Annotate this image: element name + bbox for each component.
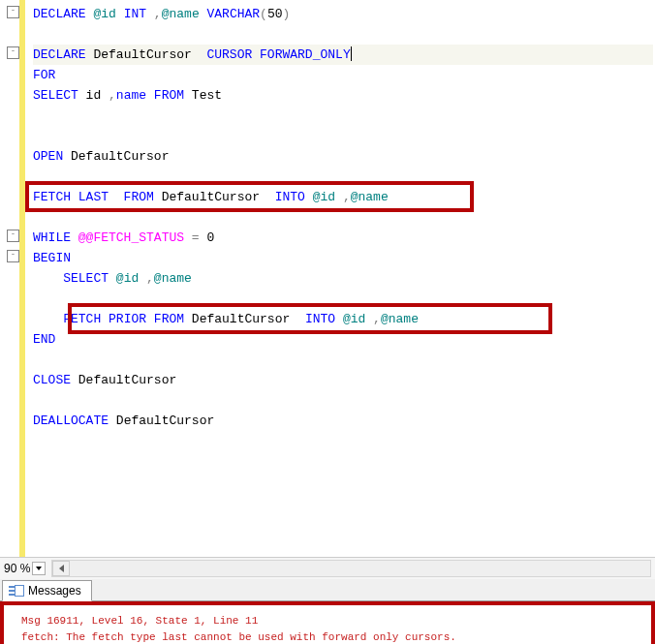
zoom-dropdown-icon[interactable] — [32, 562, 46, 575]
code-line[interactable]: SELECT @id ,@name — [33, 268, 653, 289]
code-line[interactable]: CLOSE DefaultCursor — [33, 370, 653, 390]
text-cursor — [351, 46, 352, 61]
code-line[interactable]: FETCH LAST FROM DefaultCursor INTO @id ,… — [33, 187, 653, 207]
code-line[interactable]: DECLARE @id INT ,@name VARCHAR(50) — [33, 4, 653, 24]
messages-pane[interactable]: Msg 16911, Level 16, State 1, Line 11 fe… — [4, 605, 651, 644]
error-message-body: fetch: The fetch type last cannot be use… — [21, 629, 638, 644]
code-line[interactable]: END — [33, 329, 653, 350]
code-line[interactable]: WHILE @@FETCH_STATUS = 0 — [33, 228, 653, 248]
code-line[interactable]: SELECT id ,name FROM Test — [33, 85, 653, 106]
scroll-left-button[interactable] — [52, 561, 70, 576]
code-line[interactable] — [33, 207, 653, 228]
tab-messages[interactable]: Messages — [2, 580, 92, 601]
fold-toggle-icon[interactable]: - — [7, 250, 19, 262]
code-line[interactable]: DEALLOCATE DefaultCursor — [33, 411, 653, 431]
code-line[interactable] — [33, 126, 653, 146]
highlight-box: Msg 16911, Level 16, State 1, Line 11 fe… — [0, 601, 655, 644]
results-tabs: Messages — [0, 579, 655, 601]
code-line[interactable] — [33, 350, 653, 370]
code-line[interactable] — [33, 431, 653, 451]
code-line[interactable] — [33, 289, 653, 309]
tab-label: Messages — [28, 584, 81, 598]
code-line[interactable]: OPEN DefaultCursor — [33, 146, 653, 167]
code-editor[interactable]: - - - - DECLARE @id INT ,@name VARCHAR(5… — [0, 0, 655, 557]
fold-toggle-icon[interactable]: - — [7, 6, 19, 18]
fold-toggle-icon[interactable]: - — [7, 230, 19, 242]
code-line[interactable] — [33, 24, 653, 45]
change-indicator-bar — [19, 0, 25, 557]
messages-icon — [9, 585, 22, 598]
code-line[interactable]: DECLARE DefaultCursor CURSOR FORWARD_ONL… — [33, 45, 653, 65]
editor-gutter: - - - - — [0, 0, 29, 557]
error-message-header: Msg 16911, Level 16, State 1, Line 11 — [21, 613, 638, 629]
zoom-bar: 90 % — [0, 557, 655, 579]
code-line[interactable]: FOR — [33, 65, 653, 85]
code-line[interactable]: BEGIN — [33, 248, 653, 268]
code-line[interactable] — [33, 390, 653, 411]
code-line[interactable] — [33, 451, 653, 472]
code-area[interactable]: DECLARE @id INT ,@name VARCHAR(50) DECLA… — [29, 0, 655, 557]
zoom-level-label: 90 % — [4, 562, 30, 575]
horizontal-scrollbar[interactable] — [51, 560, 651, 577]
code-line[interactable] — [33, 167, 653, 187]
fold-toggle-icon[interactable]: - — [7, 46, 19, 59]
code-line[interactable]: FETCH PRIOR FROM DefaultCursor INTO @id … — [33, 309, 653, 329]
code-line[interactable] — [33, 106, 653, 126]
